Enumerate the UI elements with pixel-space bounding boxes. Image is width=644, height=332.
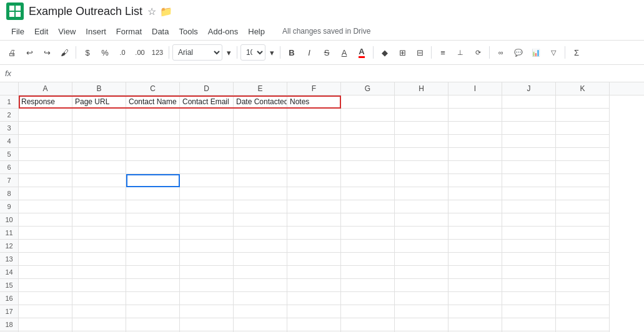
cell-g5[interactable] — [341, 148, 395, 161]
cell-j14[interactable] — [502, 266, 556, 279]
cell-j16[interactable] — [502, 292, 556, 305]
cell-g12[interactable] — [341, 240, 395, 253]
menu-format[interactable]: Format — [111, 24, 147, 39]
cell-k7[interactable] — [556, 174, 610, 187]
menu-tools[interactable]: Tools — [174, 24, 202, 39]
cell-i16[interactable] — [448, 292, 502, 305]
cell-g6[interactable] — [341, 161, 395, 174]
cell-g3[interactable] — [341, 122, 395, 135]
align-left-button[interactable]: ≡ — [435, 44, 451, 61]
cell-h6[interactable] — [395, 161, 448, 174]
cell-a8[interactable] — [19, 187, 72, 200]
cell-j6[interactable] — [502, 161, 556, 174]
menu-insert[interactable]: Insert — [81, 24, 111, 39]
col-header-d[interactable]: D — [180, 82, 234, 95]
undo-button[interactable]: ↩ — [21, 44, 37, 61]
col-header-i[interactable]: I — [448, 82, 502, 95]
cell-i17[interactable] — [448, 305, 502, 318]
cell-i10[interactable] — [448, 213, 502, 227]
cell-h17[interactable] — [395, 305, 448, 318]
strikethrough-button[interactable]: S — [319, 44, 335, 61]
cell-c3[interactable] — [126, 122, 180, 135]
cell-k13[interactable] — [556, 253, 610, 266]
cell-d17[interactable] — [180, 305, 234, 318]
cell-c15[interactable] — [126, 279, 180, 292]
cell-a16[interactable] — [19, 292, 72, 305]
cell-k4[interactable] — [556, 135, 610, 148]
cell-f18[interactable] — [287, 318, 341, 331]
cell-g1[interactable] — [341, 95, 395, 109]
cell-i2[interactable] — [448, 109, 502, 122]
font-name-dropdown[interactable]: ▾ — [224, 44, 234, 61]
cell-d8[interactable] — [180, 187, 234, 200]
cell-a18[interactable] — [19, 318, 72, 331]
cell-h9[interactable] — [395, 200, 448, 213]
col-header-h[interactable]: H — [395, 82, 448, 95]
paint-format-button[interactable]: 🖌 — [56, 44, 72, 61]
star-icon[interactable]: ☆ — [147, 6, 156, 17]
cell-f15[interactable] — [287, 279, 341, 292]
cell-b6[interactable] — [72, 161, 126, 174]
cell-a14[interactable] — [19, 266, 72, 279]
cell-k3[interactable] — [556, 122, 610, 135]
cell-a4[interactable] — [19, 135, 72, 148]
chart-button[interactable]: 📊 — [528, 44, 544, 61]
cell-h3[interactable] — [395, 122, 448, 135]
cell-a7[interactable] — [19, 174, 72, 187]
cell-e6[interactable] — [234, 161, 287, 174]
cell-c18[interactable] — [126, 318, 180, 331]
cell-e8[interactable] — [234, 187, 287, 200]
menu-data[interactable]: Data — [147, 24, 174, 39]
format-decimal-inc-button[interactable]: .00 — [132, 44, 148, 61]
cell-f3[interactable] — [287, 122, 341, 135]
formula-input[interactable] — [16, 69, 639, 78]
cell-i12[interactable] — [448, 240, 502, 253]
cell-k10[interactable] — [556, 213, 610, 227]
cell-c14[interactable] — [126, 266, 180, 279]
cell-h8[interactable] — [395, 187, 448, 200]
cell-b2[interactable] — [72, 109, 126, 122]
cell-d15[interactable] — [180, 279, 234, 292]
cell-b18[interactable] — [72, 318, 126, 331]
cell-h12[interactable] — [395, 240, 448, 253]
underline-button[interactable]: A — [336, 44, 352, 61]
cell-c1[interactable]: Contact Name — [126, 95, 180, 109]
cell-f8[interactable] — [287, 187, 341, 200]
italic-button[interactable]: I — [301, 44, 317, 61]
cell-d9[interactable] — [180, 200, 234, 213]
cell-f9[interactable] — [287, 200, 341, 213]
cell-k11[interactable] — [556, 227, 610, 240]
cell-i7[interactable] — [448, 174, 502, 187]
cell-j17[interactable] — [502, 305, 556, 318]
cell-g15[interactable] — [341, 279, 395, 292]
cell-e12[interactable] — [234, 240, 287, 253]
cell-a9[interactable] — [19, 200, 72, 213]
cell-i1[interactable] — [448, 95, 502, 109]
cell-j3[interactable] — [502, 122, 556, 135]
cell-h7[interactable] — [395, 174, 448, 187]
cell-f2[interactable] — [287, 109, 341, 122]
cell-e14[interactable] — [234, 266, 287, 279]
col-header-e[interactable]: E — [234, 82, 287, 95]
cell-j13[interactable] — [502, 253, 556, 266]
cell-d5[interactable] — [180, 148, 234, 161]
cell-j12[interactable] — [502, 240, 556, 253]
cell-c16[interactable] — [126, 292, 180, 305]
cell-b17[interactable] — [72, 305, 126, 318]
font-name-select[interactable]: Arial — [172, 44, 222, 61]
cell-a12[interactable] — [19, 240, 72, 253]
cell-d13[interactable] — [180, 253, 234, 266]
cell-c10[interactable] — [126, 213, 180, 227]
cell-a2[interactable] — [19, 109, 72, 122]
cell-g13[interactable] — [341, 253, 395, 266]
format-percent-button[interactable]: % — [97, 44, 113, 61]
cell-i4[interactable] — [448, 135, 502, 148]
cell-g11[interactable] — [341, 227, 395, 240]
text-color-button[interactable]: A — [354, 44, 370, 61]
cell-f5[interactable] — [287, 148, 341, 161]
cell-g14[interactable] — [341, 266, 395, 279]
cell-b4[interactable] — [72, 135, 126, 148]
cell-b9[interactable] — [72, 200, 126, 213]
cell-d18[interactable] — [180, 318, 234, 331]
cell-a11[interactable] — [19, 227, 72, 240]
